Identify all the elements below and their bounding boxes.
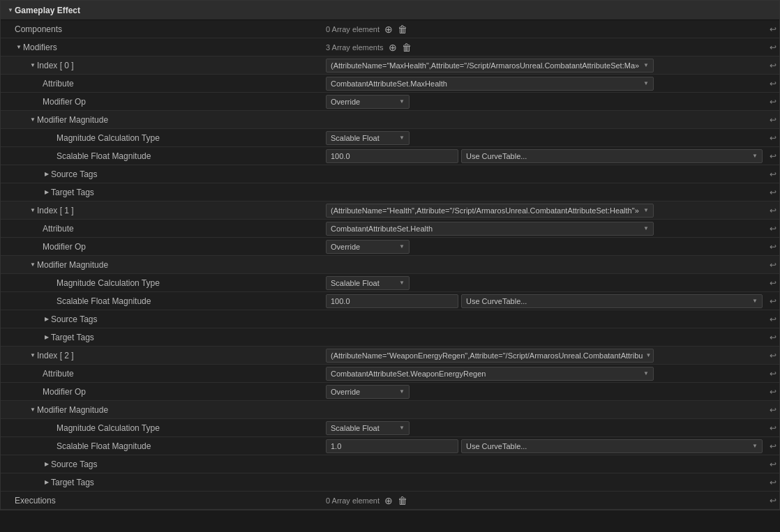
- index-2-scalable-float-input[interactable]: [326, 439, 458, 453]
- index-2-chevron[interactable]: [29, 351, 37, 360]
- index-0-attribute-revert-button[interactable]: ↩: [767, 77, 779, 90]
- index-1-curve-dropdown[interactable]: Use CurveTable... ▼: [461, 294, 763, 308]
- index-0-target-tags-revert-button[interactable]: ↩: [767, 186, 779, 199]
- index-0-magnitude-calc-value-cell: Scalable Float ▼: [322, 129, 767, 146]
- executions-add-button[interactable]: ⊕: [382, 494, 395, 507]
- components-label-cell: Components: [1, 20, 322, 38]
- gameplay-effect-header: Gameplay Effect: [1, 1, 779, 20]
- index-1-target-tags-chevron[interactable]: [43, 333, 51, 342]
- index-1-modifier-magnitude-revert-button[interactable]: ↩: [767, 259, 779, 271]
- index-0-scalable-float-label: Scalable Float Magnitude: [57, 151, 317, 161]
- index-1-modifier-magnitude-row: Modifier Magnitude ↩: [1, 256, 779, 274]
- index-0-attribute-dropdown[interactable]: CombatantAttributeSet.MaxHealth ▼: [326, 77, 654, 91]
- index-1-attribute-revert-button[interactable]: ↩: [767, 222, 779, 235]
- index-2-magnitude-calc-label: Magnitude Calculation Type: [57, 423, 317, 433]
- index-1-modifier-op-label-cell: Modifier Op: [1, 238, 322, 255]
- gameplay-effect-chevron[interactable]: [6, 6, 15, 15]
- components-add-button[interactable]: ⊕: [382, 23, 395, 36]
- index-1-scalable-float-label-cell: Scalable Float Magnitude: [1, 292, 322, 310]
- index-0-source-tags-chevron[interactable]: [43, 170, 51, 178]
- index-0-attribute-label: Attribute: [43, 79, 317, 89]
- index-2-target-tags-chevron[interactable]: [43, 478, 51, 487]
- index-1-source-tags-revert-button[interactable]: ↩: [767, 313, 779, 326]
- index-0-magnitude-calc-text: Scalable Float: [331, 134, 396, 142]
- modifiers-revert-button[interactable]: ↩: [767, 41, 779, 54]
- index-1-target-tags-label: Target Tags: [51, 333, 317, 342]
- index-1-summary-dropdown[interactable]: (AttributeName="Health",Attribute="/Scri…: [326, 204, 654, 218]
- index-0-curve-dropdown[interactable]: Use CurveTable... ▼: [461, 149, 763, 163]
- index-2-attribute-dropdown[interactable]: CombatantAttributeSet.WeaponEnergyRegen …: [326, 367, 654, 381]
- index-1-modifier-op-row: Modifier Op Override ▼ ↩: [1, 238, 779, 256]
- index-2-scalable-float-revert-button[interactable]: ↩: [767, 440, 779, 453]
- components-delete-button[interactable]: 🗑: [396, 23, 409, 36]
- components-revert-button[interactable]: ↩: [767, 23, 779, 36]
- index-1-revert-button[interactable]: ↩: [767, 204, 779, 217]
- index-2-modifier-magnitude-label: Modifier Magnitude: [37, 405, 317, 415]
- index-1-target-tags-revert-button[interactable]: ↩: [767, 331, 779, 344]
- index-2-modifier-magnitude-revert-button[interactable]: ↩: [767, 404, 779, 416]
- modifiers-chevron[interactable]: [15, 43, 23, 52]
- index-0-modifier-op-dropdown[interactable]: Override ▼: [326, 95, 410, 109]
- index-2-curve-dropdown[interactable]: Use CurveTable... ▼: [461, 439, 763, 453]
- index-2-revert-button[interactable]: ↩: [767, 349, 779, 362]
- index-2-source-tags-revert-button[interactable]: ↩: [767, 458, 779, 471]
- index-2-modifier-op-revert-button[interactable]: ↩: [767, 386, 779, 398]
- index-0-magnitude-calc-dropdown[interactable]: Scalable Float ▼: [326, 131, 410, 145]
- index-0-source-tags-value-cell: [322, 165, 767, 183]
- index-2-target-tags-revert-button[interactable]: ↩: [767, 476, 779, 489]
- index-1-summary-cell: (AttributeName="Health",Attribute="/Scri…: [322, 202, 767, 219]
- index-0-summary-arrow: ▼: [643, 62, 649, 68]
- index-1-scalable-float-input[interactable]: [326, 294, 458, 308]
- index-0-scalable-float-revert-button[interactable]: ↩: [767, 150, 779, 162]
- index-0-target-tags-chevron[interactable]: [43, 188, 51, 197]
- index-0-chevron[interactable]: [29, 61, 37, 70]
- index-1-modifier-magnitude-chevron[interactable]: [29, 261, 37, 269]
- index-2-magnitude-calc-revert-button[interactable]: ↩: [767, 422, 779, 434]
- index-0-revert-button[interactable]: ↩: [767, 59, 779, 72]
- index-0-source-tags-row: Source Tags ↩: [1, 165, 779, 183]
- index-2-modifier-op-dropdown[interactable]: Override ▼: [326, 385, 410, 399]
- index-0-source-tags-revert-button[interactable]: ↩: [767, 168, 779, 181]
- executions-revert-button[interactable]: ↩: [767, 494, 779, 507]
- index-1-chevron[interactable]: [29, 206, 37, 215]
- index-2-header-row: Index [ 2 ] (AttributeName="WeaponEnergy…: [1, 347, 779, 365]
- index-2-summary-dropdown[interactable]: (AttributeName="WeaponEnergyRegen",Attri…: [326, 349, 654, 363]
- index-2-scalable-float-label-cell: Scalable Float Magnitude: [1, 437, 322, 455]
- index-1-magnitude-calc-dropdown[interactable]: Scalable Float ▼: [326, 276, 410, 290]
- modifiers-delete-button[interactable]: 🗑: [400, 41, 413, 54]
- index-0-scalable-float-input[interactable]: [326, 149, 458, 163]
- index-0-magnitude-calc-revert-button[interactable]: ↩: [767, 132, 779, 144]
- modifiers-label-cell: Modifiers: [1, 38, 322, 56]
- index-2-source-tags-chevron[interactable]: [43, 460, 51, 469]
- index-0-modifier-magnitude-row: Modifier Magnitude ↩: [1, 111, 779, 129]
- index-1-attribute-row: Attribute CombatantAttributeSet.Health ▼…: [1, 220, 779, 238]
- modifiers-add-button[interactable]: ⊕: [387, 41, 399, 54]
- index-2-target-tags-row: Target Tags ↩: [1, 473, 779, 492]
- index-1-label-cell: Index [ 1 ]: [1, 202, 322, 219]
- index-2-magnitude-calc-row: Magnitude Calculation Type Scalable Floa…: [1, 419, 779, 437]
- index-0-modifier-op-revert-button[interactable]: ↩: [767, 96, 779, 108]
- index-1-source-tags-chevron[interactable]: [43, 315, 51, 324]
- index-0-summary-dropdown[interactable]: (AttributeName="MaxHealth",Attribute="/S…: [326, 59, 654, 73]
- index-2-summary-text: (AttributeName="WeaponEnergyRegen",Attri…: [331, 351, 643, 360]
- index-0-attribute-label-cell: Attribute: [1, 75, 322, 92]
- index-1-source-tags-label: Source Tags: [51, 314, 317, 324]
- index-1-attribute-dropdown[interactable]: CombatantAttributeSet.Health ▼: [326, 222, 654, 236]
- index-0-magnitude-calc-label: Magnitude Calculation Type: [57, 133, 317, 143]
- components-label: Components: [15, 24, 317, 34]
- index-2-scalable-float-row: Scalable Float Magnitude Use CurveTable.…: [1, 437, 779, 455]
- index-1-attribute-value-cell: CombatantAttributeSet.Health ▼: [322, 220, 767, 237]
- index-0-modifier-magnitude-chevron[interactable]: [29, 116, 37, 124]
- index-1-modifier-op-label: Modifier Op: [43, 242, 317, 252]
- index-1-magnitude-calc-value-cell: Scalable Float ▼: [322, 274, 767, 291]
- index-0-attribute-arrow: ▼: [643, 80, 649, 86]
- index-2-attribute-revert-button[interactable]: ↩: [767, 367, 779, 380]
- index-1-magnitude-calc-revert-button[interactable]: ↩: [767, 277, 779, 289]
- index-1-modifier-op-dropdown[interactable]: Override ▼: [326, 240, 410, 254]
- index-1-scalable-float-revert-button[interactable]: ↩: [767, 295, 779, 307]
- index-1-modifier-op-revert-button[interactable]: ↩: [767, 241, 779, 253]
- index-2-magnitude-calc-dropdown[interactable]: Scalable Float ▼: [326, 421, 410, 435]
- executions-delete-button[interactable]: 🗑: [396, 494, 409, 507]
- index-2-modifier-magnitude-chevron[interactable]: [29, 406, 37, 414]
- index-0-modifier-magnitude-revert-button[interactable]: ↩: [767, 114, 779, 126]
